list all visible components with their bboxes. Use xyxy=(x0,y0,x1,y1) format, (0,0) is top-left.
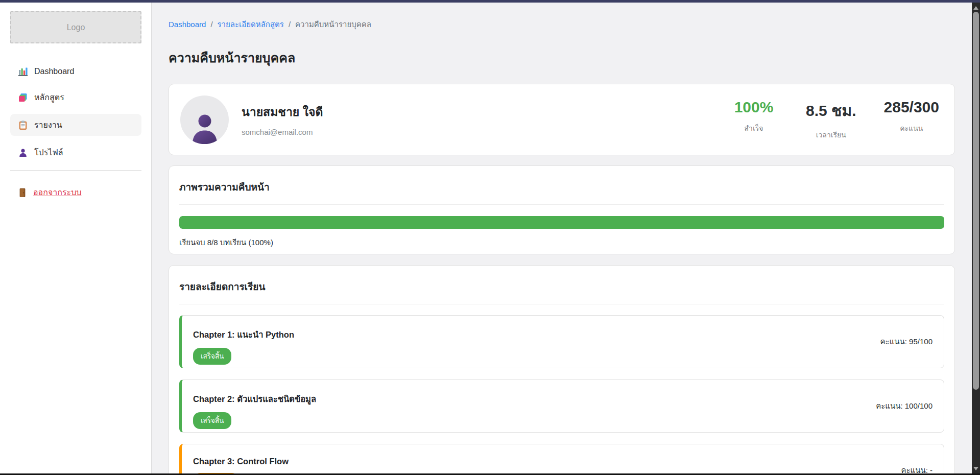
chapter-score: คะแนน: 100/100 xyxy=(876,400,933,412)
window-top-accent-bar xyxy=(0,0,980,3)
avatar-person-icon xyxy=(189,112,221,144)
breadcrumb-link-dashboard[interactable]: Dashboard xyxy=(169,20,206,29)
student-name: นายสมชาย ใจดี xyxy=(242,103,323,121)
sidebar-item-label: Dashboard xyxy=(34,67,74,76)
progress-caption: เรียนจบ 8/8 บทเรียน (100%) xyxy=(179,236,944,249)
status-badge: เสร็จสิ้น xyxy=(193,412,231,429)
progress-bar-fill xyxy=(179,216,944,229)
stat-value: 8.5 ชม. xyxy=(806,99,856,123)
logout-link[interactable]: ออกจากระบบ xyxy=(10,186,141,199)
scrollbar[interactable] xyxy=(972,3,980,473)
sidebar-item-dashboard[interactable]: Dashboard xyxy=(10,62,141,81)
chapter-title: Chapter 1: แนะนำ Python xyxy=(193,328,933,341)
chapter-title: Chapter 2: ตัวแปรและชนิดข้อมูล xyxy=(193,392,933,406)
sidebar-item-label: โปรไฟล์ xyxy=(34,146,63,159)
sidebar-item-label: รายงาน xyxy=(34,118,62,131)
logo-label: Logo xyxy=(67,23,85,32)
logo-placeholder: Logo xyxy=(10,11,141,43)
student-info: นายสมชาย ใจดี somchai@email.com xyxy=(242,103,323,136)
stat-completion: 100% สำเร็จ xyxy=(729,99,778,140)
scroll-down-icon[interactable] xyxy=(972,464,980,472)
sidebar-item-reports[interactable]: รายงาน xyxy=(10,114,141,136)
sidebar-item-label: หลักสูตร xyxy=(34,91,64,104)
chapter-item: Chapter 2: ตัวแปรและชนิดข้อมูล เสร็จสิ้น… xyxy=(179,379,944,433)
sidebar-menu: Dashboard หลักสูตร xyxy=(10,62,141,163)
logout-label: ออกจากระบบ xyxy=(33,186,81,199)
breadcrumb-current: ความคืบหน้ารายบุคคล xyxy=(295,20,371,29)
stat-value: 285/300 xyxy=(884,99,939,116)
stat-score: 285/300 คะแนน xyxy=(884,99,939,140)
door-icon xyxy=(18,188,28,197)
chapter-list: Chapter 1: แนะนำ Python เสร็จสิ้น คะแนน:… xyxy=(179,315,944,473)
stat-label: สำเร็จ xyxy=(729,123,778,134)
scroll-up-icon[interactable] xyxy=(972,4,980,12)
student-email: somchai@email.com xyxy=(242,128,323,136)
student-stats: 100% สำเร็จ 8.5 ชม. เวลาเรียน 285/300 คะ… xyxy=(729,99,939,140)
sidebar: Logo Dashboard xyxy=(0,3,152,473)
card-divider xyxy=(179,204,944,205)
breadcrumb-separator: / xyxy=(210,20,212,29)
chapter-score: คะแนน: 95/100 xyxy=(880,336,933,348)
chapter-item: Chapter 3: Control Flow กำลังเรียน คะแนน… xyxy=(179,444,944,473)
bar-chart-icon xyxy=(18,67,28,76)
status-badge: เสร็จสิ้น xyxy=(193,348,231,365)
progress-overview-card: ภาพรวมความคืบหน้า เรียนจบ 8/8 บทเรียน (1… xyxy=(169,165,955,254)
avatar xyxy=(180,96,229,144)
breadcrumb-separator: / xyxy=(289,20,291,29)
progress-bar-track xyxy=(179,216,944,229)
chapter-title: Chapter 3: Control Flow xyxy=(193,457,933,466)
learning-details-title: รายละเอียดการเรียน xyxy=(179,279,944,294)
page-title: ความคืบหน้ารายบุคคล xyxy=(169,48,955,68)
sidebar-item-profile[interactable]: โปรไฟล์ xyxy=(10,141,141,163)
sidebar-item-courses[interactable]: หลักสูตร xyxy=(10,86,141,108)
stat-study-time: 8.5 ชม. เวลาเรียน xyxy=(806,99,856,140)
main-content: Dashboard/รายละเอียดหลักสูตร/ความคืบหน้า… xyxy=(152,3,972,473)
breadcrumb-link-course-detail[interactable]: รายละเอียดหลักสูตร xyxy=(218,20,284,29)
chapter-score: คะแนน: - xyxy=(901,464,933,473)
stat-value: 100% xyxy=(729,99,778,116)
scrollbar-thumb[interactable] xyxy=(973,12,979,390)
learning-details-card: รายละเอียดการเรียน Chapter 1: แนะนำ Pyth… xyxy=(169,265,955,473)
person-icon xyxy=(18,148,28,157)
clipboard-icon xyxy=(18,121,28,130)
breadcrumb: Dashboard/รายละเอียดหลักสูตร/ความคืบหน้า… xyxy=(169,18,955,31)
student-summary-card: นายสมชาย ใจดี somchai@email.com 100% สำเ… xyxy=(169,84,955,155)
chapter-item: Chapter 1: แนะนำ Python เสร็จสิ้น คะแนน:… xyxy=(179,315,944,368)
books-icon xyxy=(18,93,28,102)
stat-label: คะแนน xyxy=(884,123,939,134)
card-divider xyxy=(179,304,944,304)
progress-overview-title: ภาพรวมความคืบหน้า xyxy=(179,179,944,195)
stat-label: เวลาเรียน xyxy=(806,129,856,140)
sidebar-divider xyxy=(10,170,141,171)
